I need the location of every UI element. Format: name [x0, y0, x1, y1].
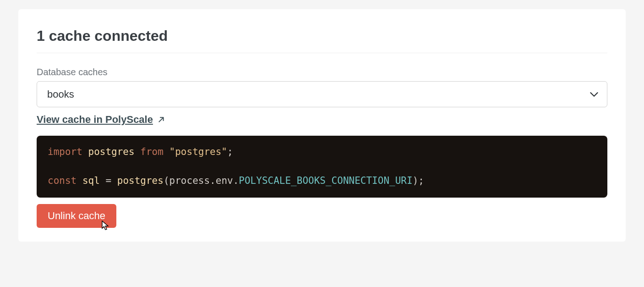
view-cache-row: View cache in PolyScale [37, 114, 607, 126]
code-token: process [169, 175, 210, 186]
section-heading: 1 cache connected [37, 28, 607, 53]
code-snippet: import postgres from "postgres"; const s… [37, 136, 607, 198]
cache-card: 1 cache connected Database caches books … [18, 9, 626, 242]
unlink-cache-button[interactable]: Unlink cache [37, 204, 116, 228]
code-token: sql [82, 175, 100, 186]
code-token: from [140, 146, 164, 157]
code-token: POLYSCALE_BOOKS_CONNECTION_URI [239, 175, 412, 186]
caches-label: Database caches [37, 67, 607, 77]
code-token: const [48, 175, 76, 186]
code-token: ; [227, 146, 233, 157]
code-token: . [233, 175, 239, 186]
code-token: ); [413, 175, 424, 186]
code-token: postgres [88, 146, 135, 157]
external-link-icon [158, 116, 165, 123]
caches-select-wrapper: books [37, 81, 607, 107]
code-token: . [210, 175, 216, 186]
code-token: env [216, 175, 233, 186]
code-token: import [48, 146, 82, 157]
view-cache-link-text: View cache in PolyScale [37, 114, 153, 126]
code-token: ( [164, 175, 169, 186]
view-cache-link[interactable]: View cache in PolyScale [37, 114, 165, 126]
code-token: "postgres" [169, 146, 227, 157]
code-token: postgres [117, 175, 164, 186]
code-token: = [100, 175, 117, 186]
caches-select[interactable]: books [37, 81, 607, 107]
